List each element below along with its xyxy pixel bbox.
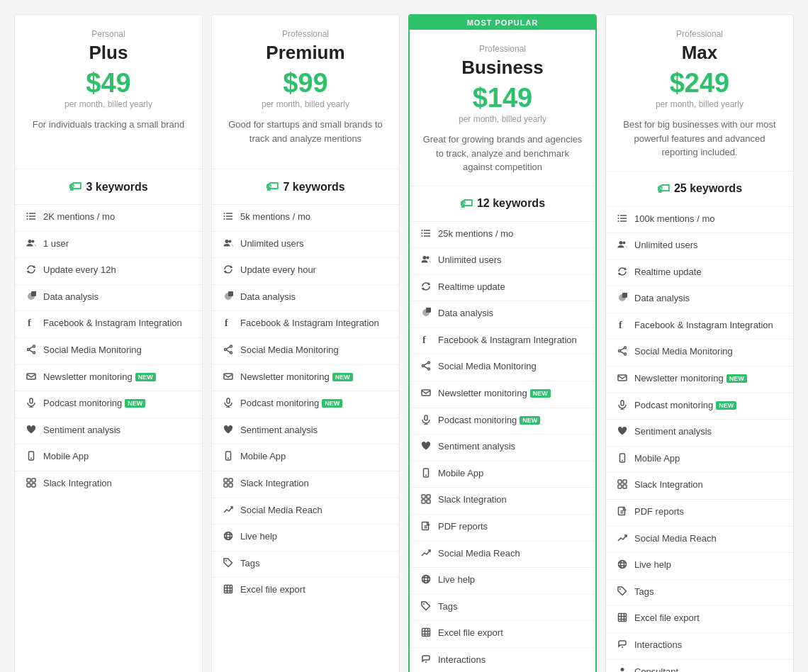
feature-text: Podcast monitoringnew — [438, 414, 540, 427]
svg-rect-41 — [229, 478, 232, 482]
feature-text: Realtime update — [634, 266, 702, 279]
svg-point-58 — [422, 233, 423, 234]
feature-text: Tags — [634, 586, 653, 598]
feature-item: Realtime update — [410, 274, 595, 301]
plan-price: $249 — [617, 69, 782, 96]
svg-point-8 — [33, 352, 35, 354]
svg-point-61 — [428, 362, 430, 364]
feature-item: f Facebook & Instagram Integration — [15, 310, 202, 337]
svg-rect-67 — [425, 415, 427, 420]
feature-icon-tag — [420, 601, 432, 615]
svg-rect-42 — [224, 483, 228, 487]
feature-text: 5k mentions / mo — [240, 211, 310, 223]
feature-item: Sentiment analysis — [606, 419, 793, 446]
feature-text: 25k mentions / mo — [438, 228, 513, 240]
feature-text: Sentiment analysis — [438, 440, 515, 453]
feature-item: Newsletter monitoringnew — [410, 381, 595, 408]
keywords-row: 🏷 25 keywords — [606, 171, 793, 206]
svg-line-32 — [227, 347, 230, 349]
feature-item: Data analysis — [606, 286, 793, 313]
feature-item: Unlimited users — [606, 233, 793, 259]
feature-text: Excel file export — [240, 583, 305, 596]
feature-icon-heart — [222, 425, 235, 439]
feature-item: 5k mentions / mo — [212, 204, 399, 231]
plan-tier: Professional — [617, 29, 782, 39]
feature-icon-list — [420, 228, 432, 242]
svg-rect-121 — [619, 614, 627, 622]
feature-text: 2K mentions / mo — [43, 211, 115, 223]
svg-point-127 — [621, 668, 624, 671]
feature-item: Unlimited users — [212, 231, 399, 258]
feature-item: Sentiment analysis — [15, 418, 202, 444]
svg-point-5 — [27, 218, 28, 220]
feature-text: Consultant — [634, 666, 678, 672]
svg-point-126 — [622, 646, 623, 648]
svg-line-33 — [227, 350, 230, 352]
feature-item: Podcast monitoringnew — [15, 391, 202, 418]
plan-price: $99 — [223, 69, 388, 96]
feature-text: Live help — [240, 530, 277, 543]
svg-point-79 — [422, 576, 430, 583]
feature-text: Update every 12h — [43, 264, 116, 276]
svg-point-83 — [423, 603, 425, 605]
feature-text: Mobile App — [438, 467, 483, 480]
feature-item: Interactions — [606, 632, 793, 659]
feature-item: Slack Integration — [410, 487, 595, 514]
feature-text: Sentiment analysis — [43, 424, 120, 437]
svg-point-57 — [422, 230, 423, 231]
feature-text: Data analysis — [438, 307, 493, 320]
feature-text: Mobile App — [240, 450, 286, 463]
new-badge: new — [125, 399, 145, 408]
svg-rect-103 — [618, 375, 627, 381]
svg-rect-19 — [32, 478, 35, 482]
feature-text: Slack Integration — [240, 477, 309, 490]
feature-icon-share — [420, 361, 432, 375]
feature-text: Social Media Reach — [438, 547, 520, 560]
feature-icon-excel — [420, 627, 432, 642]
feature-icon-pie — [616, 293, 629, 307]
svg-point-27 — [224, 218, 225, 220]
plan-header-business: Professional Business $149 per month, bi… — [410, 30, 595, 186]
svg-rect-18 — [27, 478, 30, 482]
feature-text: Social Media Monitoring — [634, 345, 733, 358]
svg-point-9 — [28, 348, 30, 350]
keywords-count: 7 keywords — [283, 181, 344, 194]
keywords-row: 🏷 12 keywords — [410, 186, 595, 221]
feature-icon-mic — [420, 415, 432, 429]
plan-billing: per month, billed yearly — [421, 114, 584, 124]
svg-rect-112 — [623, 485, 627, 488]
feature-icon-chart — [616, 533, 629, 547]
new-badge: new — [716, 401, 736, 410]
feature-text: Slack Integration — [634, 478, 703, 491]
plan-tier: Professional — [421, 44, 584, 54]
feature-icon-mic — [616, 400, 629, 414]
svg-point-94 — [618, 215, 619, 216]
keywords-row: 🏷 3 keywords — [15, 169, 202, 204]
svg-rect-40 — [224, 478, 228, 482]
feature-item: Interactions — [410, 647, 595, 672]
feature-item: Social Media Monitoring — [410, 354, 595, 381]
feature-item: Mobile App — [15, 444, 202, 471]
new-badge: new — [135, 373, 156, 381]
svg-point-31 — [225, 348, 227, 350]
svg-text:f: f — [619, 320, 622, 330]
feature-icon-excel — [222, 584, 235, 598]
svg-point-95 — [618, 218, 619, 219]
feature-icon-share — [616, 346, 629, 360]
feature-item: Tags — [410, 594, 595, 621]
feature-item: Slack Integration — [15, 471, 202, 498]
feature-text: Social Media Monitoring — [438, 360, 537, 373]
plan-card-plus: Personal Plus $49 per month, billed year… — [14, 14, 203, 672]
feature-item: Excel file export — [606, 605, 793, 632]
svg-rect-66 — [422, 390, 430, 396]
pricing-grid: Personal Plus $49 per month, billed year… — [14, 14, 794, 672]
feature-icon-slack — [25, 478, 38, 492]
feature-icon-mobile — [616, 453, 629, 467]
svg-text:f: f — [28, 318, 31, 327]
feature-text: Mobile App — [634, 452, 680, 465]
plan-price: $149 — [421, 84, 584, 111]
feature-item: Excel file export — [212, 577, 399, 604]
feature-icon-mobile — [222, 451, 235, 465]
feature-text: Excel file export — [634, 612, 700, 625]
svg-point-80 — [425, 576, 428, 583]
